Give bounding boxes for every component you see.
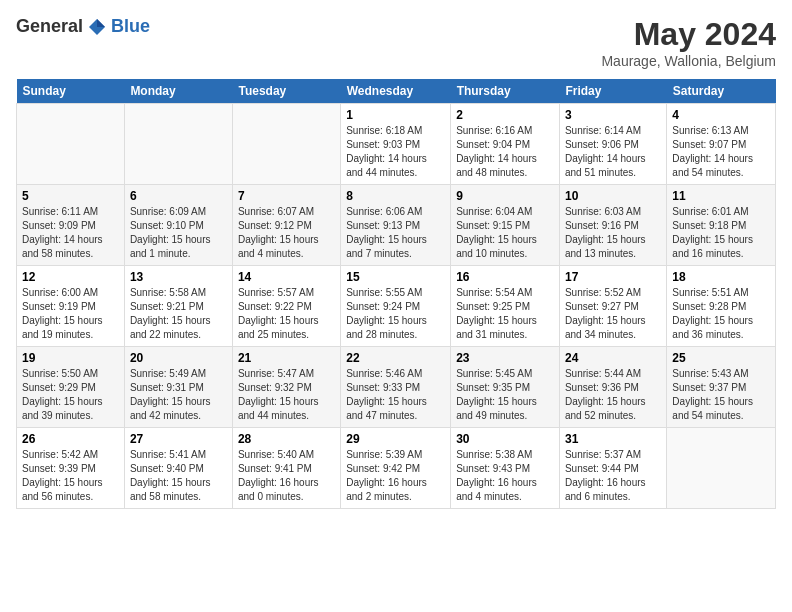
calendar-cell: 4Sunrise: 6:13 AMSunset: 9:07 PMDaylight… bbox=[667, 104, 776, 185]
day-number: 18 bbox=[672, 270, 770, 284]
calendar-cell: 3Sunrise: 6:14 AMSunset: 9:06 PMDaylight… bbox=[559, 104, 666, 185]
week-row-1: 1Sunrise: 6:18 AMSunset: 9:03 PMDaylight… bbox=[17, 104, 776, 185]
day-number: 12 bbox=[22, 270, 119, 284]
calendar-cell: 16Sunrise: 5:54 AMSunset: 9:25 PMDayligh… bbox=[451, 266, 560, 347]
logo: General Blue bbox=[16, 16, 150, 37]
day-info: Sunrise: 5:40 AMSunset: 9:41 PMDaylight:… bbox=[238, 448, 335, 504]
day-info: Sunrise: 6:07 AMSunset: 9:12 PMDaylight:… bbox=[238, 205, 335, 261]
day-info: Sunrise: 5:43 AMSunset: 9:37 PMDaylight:… bbox=[672, 367, 770, 423]
calendar-cell: 29Sunrise: 5:39 AMSunset: 9:42 PMDayligh… bbox=[341, 428, 451, 509]
day-number: 25 bbox=[672, 351, 770, 365]
day-number: 27 bbox=[130, 432, 227, 446]
day-number: 26 bbox=[22, 432, 119, 446]
day-number: 4 bbox=[672, 108, 770, 122]
day-number: 1 bbox=[346, 108, 445, 122]
day-number: 16 bbox=[456, 270, 554, 284]
day-number: 10 bbox=[565, 189, 661, 203]
day-info: Sunrise: 5:46 AMSunset: 9:33 PMDaylight:… bbox=[346, 367, 445, 423]
day-number: 9 bbox=[456, 189, 554, 203]
calendar-cell: 19Sunrise: 5:50 AMSunset: 9:29 PMDayligh… bbox=[17, 347, 125, 428]
calendar-cell: 26Sunrise: 5:42 AMSunset: 9:39 PMDayligh… bbox=[17, 428, 125, 509]
day-info: Sunrise: 5:45 AMSunset: 9:35 PMDaylight:… bbox=[456, 367, 554, 423]
day-info: Sunrise: 6:06 AMSunset: 9:13 PMDaylight:… bbox=[346, 205, 445, 261]
day-number: 3 bbox=[565, 108, 661, 122]
day-number: 20 bbox=[130, 351, 227, 365]
calendar-cell: 14Sunrise: 5:57 AMSunset: 9:22 PMDayligh… bbox=[232, 266, 340, 347]
calendar-cell bbox=[667, 428, 776, 509]
day-number: 19 bbox=[22, 351, 119, 365]
title-block: May 2024 Maurage, Wallonia, Belgium bbox=[601, 16, 776, 69]
day-info: Sunrise: 5:54 AMSunset: 9:25 PMDaylight:… bbox=[456, 286, 554, 342]
day-info: Sunrise: 6:04 AMSunset: 9:15 PMDaylight:… bbox=[456, 205, 554, 261]
day-info: Sunrise: 5:51 AMSunset: 9:28 PMDaylight:… bbox=[672, 286, 770, 342]
calendar-cell: 9Sunrise: 6:04 AMSunset: 9:15 PMDaylight… bbox=[451, 185, 560, 266]
calendar-cell: 24Sunrise: 5:44 AMSunset: 9:36 PMDayligh… bbox=[559, 347, 666, 428]
day-info: Sunrise: 5:42 AMSunset: 9:39 PMDaylight:… bbox=[22, 448, 119, 504]
day-info: Sunrise: 5:47 AMSunset: 9:32 PMDaylight:… bbox=[238, 367, 335, 423]
day-number: 21 bbox=[238, 351, 335, 365]
day-number: 15 bbox=[346, 270, 445, 284]
day-number: 5 bbox=[22, 189, 119, 203]
day-number: 24 bbox=[565, 351, 661, 365]
day-number: 28 bbox=[238, 432, 335, 446]
weekday-header-row: SundayMondayTuesdayWednesdayThursdayFrid… bbox=[17, 79, 776, 104]
calendar-cell: 28Sunrise: 5:40 AMSunset: 9:41 PMDayligh… bbox=[232, 428, 340, 509]
calendar-cell: 31Sunrise: 5:37 AMSunset: 9:44 PMDayligh… bbox=[559, 428, 666, 509]
logo-general: General bbox=[16, 16, 83, 37]
day-number: 31 bbox=[565, 432, 661, 446]
weekday-header-sunday: Sunday bbox=[17, 79, 125, 104]
weekday-header-wednesday: Wednesday bbox=[341, 79, 451, 104]
day-info: Sunrise: 5:55 AMSunset: 9:24 PMDaylight:… bbox=[346, 286, 445, 342]
day-info: Sunrise: 5:50 AMSunset: 9:29 PMDaylight:… bbox=[22, 367, 119, 423]
day-info: Sunrise: 6:09 AMSunset: 9:10 PMDaylight:… bbox=[130, 205, 227, 261]
weekday-header-friday: Friday bbox=[559, 79, 666, 104]
day-info: Sunrise: 5:38 AMSunset: 9:43 PMDaylight:… bbox=[456, 448, 554, 504]
calendar-cell: 10Sunrise: 6:03 AMSunset: 9:16 PMDayligh… bbox=[559, 185, 666, 266]
calendar-cell: 25Sunrise: 5:43 AMSunset: 9:37 PMDayligh… bbox=[667, 347, 776, 428]
week-row-5: 26Sunrise: 5:42 AMSunset: 9:39 PMDayligh… bbox=[17, 428, 776, 509]
day-info: Sunrise: 5:49 AMSunset: 9:31 PMDaylight:… bbox=[130, 367, 227, 423]
week-row-4: 19Sunrise: 5:50 AMSunset: 9:29 PMDayligh… bbox=[17, 347, 776, 428]
week-row-2: 5Sunrise: 6:11 AMSunset: 9:09 PMDaylight… bbox=[17, 185, 776, 266]
calendar-cell: 21Sunrise: 5:47 AMSunset: 9:32 PMDayligh… bbox=[232, 347, 340, 428]
day-info: Sunrise: 5:58 AMSunset: 9:21 PMDaylight:… bbox=[130, 286, 227, 342]
weekday-header-thursday: Thursday bbox=[451, 79, 560, 104]
calendar-table: SundayMondayTuesdayWednesdayThursdayFrid… bbox=[16, 79, 776, 509]
location-title: Maurage, Wallonia, Belgium bbox=[601, 53, 776, 69]
day-number: 23 bbox=[456, 351, 554, 365]
calendar-cell: 17Sunrise: 5:52 AMSunset: 9:27 PMDayligh… bbox=[559, 266, 666, 347]
calendar-cell: 5Sunrise: 6:11 AMSunset: 9:09 PMDaylight… bbox=[17, 185, 125, 266]
calendar-cell: 27Sunrise: 5:41 AMSunset: 9:40 PMDayligh… bbox=[124, 428, 232, 509]
calendar-cell: 1Sunrise: 6:18 AMSunset: 9:03 PMDaylight… bbox=[341, 104, 451, 185]
weekday-header-saturday: Saturday bbox=[667, 79, 776, 104]
day-info: Sunrise: 6:13 AMSunset: 9:07 PMDaylight:… bbox=[672, 124, 770, 180]
calendar-cell: 12Sunrise: 6:00 AMSunset: 9:19 PMDayligh… bbox=[17, 266, 125, 347]
day-info: Sunrise: 5:39 AMSunset: 9:42 PMDaylight:… bbox=[346, 448, 445, 504]
calendar-cell: 13Sunrise: 5:58 AMSunset: 9:21 PMDayligh… bbox=[124, 266, 232, 347]
day-info: Sunrise: 6:11 AMSunset: 9:09 PMDaylight:… bbox=[22, 205, 119, 261]
day-info: Sunrise: 6:18 AMSunset: 9:03 PMDaylight:… bbox=[346, 124, 445, 180]
logo-icon bbox=[87, 17, 107, 37]
day-info: Sunrise: 6:00 AMSunset: 9:19 PMDaylight:… bbox=[22, 286, 119, 342]
day-info: Sunrise: 6:16 AMSunset: 9:04 PMDaylight:… bbox=[456, 124, 554, 180]
day-info: Sunrise: 5:57 AMSunset: 9:22 PMDaylight:… bbox=[238, 286, 335, 342]
calendar-cell: 15Sunrise: 5:55 AMSunset: 9:24 PMDayligh… bbox=[341, 266, 451, 347]
calendar-cell bbox=[17, 104, 125, 185]
day-number: 22 bbox=[346, 351, 445, 365]
calendar-cell bbox=[124, 104, 232, 185]
weekday-header-monday: Monday bbox=[124, 79, 232, 104]
day-number: 6 bbox=[130, 189, 227, 203]
page-header: General Blue May 2024 Maurage, Wallonia,… bbox=[16, 16, 776, 69]
calendar-cell: 18Sunrise: 5:51 AMSunset: 9:28 PMDayligh… bbox=[667, 266, 776, 347]
day-info: Sunrise: 6:01 AMSunset: 9:18 PMDaylight:… bbox=[672, 205, 770, 261]
day-info: Sunrise: 5:37 AMSunset: 9:44 PMDaylight:… bbox=[565, 448, 661, 504]
day-number: 29 bbox=[346, 432, 445, 446]
logo-blue: Blue bbox=[111, 16, 150, 37]
calendar-cell: 7Sunrise: 6:07 AMSunset: 9:12 PMDaylight… bbox=[232, 185, 340, 266]
calendar-cell: 22Sunrise: 5:46 AMSunset: 9:33 PMDayligh… bbox=[341, 347, 451, 428]
calendar-cell: 11Sunrise: 6:01 AMSunset: 9:18 PMDayligh… bbox=[667, 185, 776, 266]
day-info: Sunrise: 6:14 AMSunset: 9:06 PMDaylight:… bbox=[565, 124, 661, 180]
day-number: 2 bbox=[456, 108, 554, 122]
month-title: May 2024 bbox=[601, 16, 776, 53]
day-info: Sunrise: 5:52 AMSunset: 9:27 PMDaylight:… bbox=[565, 286, 661, 342]
